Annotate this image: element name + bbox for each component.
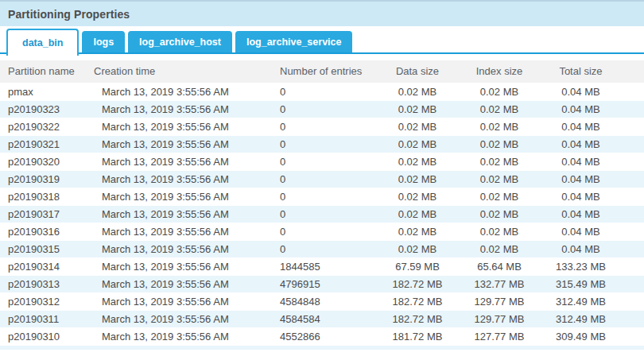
cell-creation-time: March 13, 2019 3:55:56 AM <box>86 310 272 327</box>
cell-data-size: 182.72 MB <box>374 310 461 327</box>
cell-total-size: 0.04 MB <box>537 223 624 240</box>
cell-partition-name: p20190311 <box>0 310 86 327</box>
cell-total-size: 0.04 MB <box>537 100 624 118</box>
tab-bar: data_binlogslog_archive_hostlog_archive_… <box>0 26 644 54</box>
partitions-table: Partition nameCreation timeNumber of ent… <box>0 60 644 346</box>
cell-filler <box>624 223 644 240</box>
cell-partition-name: p20190316 <box>0 223 86 240</box>
cell-filler <box>624 135 644 153</box>
cell-partition-name: p20190323 <box>0 100 86 118</box>
table-row: p20190316March 13, 2019 3:55:56 AM00.02 … <box>0 223 644 240</box>
cell-index-size: 65.64 MB <box>461 257 537 275</box>
cell-creation-time: March 13, 2019 3:55:56 AM <box>86 170 272 188</box>
cell-filler <box>624 170 644 188</box>
cell-data-size: 67.59 MB <box>374 257 461 275</box>
cell-number-of-entries: 0 <box>272 153 374 170</box>
cell-filler <box>624 83 644 100</box>
cell-index-size: 0.02 MB <box>461 170 537 188</box>
table-row: p20190322March 13, 2019 3:55:56 AM00.02 … <box>0 118 644 135</box>
cell-index-size: 132.77 MB <box>461 275 537 292</box>
table-body: pmaxMarch 13, 2019 3:55:56 AM00.02 MB0.0… <box>0 83 644 345</box>
cell-creation-time: March 13, 2019 3:55:56 AM <box>86 100 272 118</box>
cell-data-size: 0.02 MB <box>374 135 461 153</box>
cell-data-size: 0.02 MB <box>374 118 461 135</box>
partial-row <box>0 346 644 350</box>
cell-partition-name: p20190317 <box>0 205 86 223</box>
cell-data-size: 0.02 MB <box>374 153 461 170</box>
table-row: p20190319March 13, 2019 3:55:56 AM00.02 … <box>0 170 644 188</box>
cell-creation-time: March 13, 2019 3:55:56 AM <box>86 257 272 275</box>
table-row: p20190314March 13, 2019 3:55:56 AM184458… <box>0 257 644 275</box>
partitions-table-container: Partition nameCreation timeNumber of ent… <box>0 60 644 346</box>
cell-filler <box>624 275 644 292</box>
cell-partition-name: p20190321 <box>0 135 86 153</box>
tab-data_bin[interactable]: data_bin <box>6 29 79 56</box>
cell-data-size: 0.02 MB <box>374 240 461 257</box>
table-row: p20190317March 13, 2019 3:55:56 AM00.02 … <box>0 205 644 223</box>
cell-filler <box>624 188 644 205</box>
cell-number-of-entries: 0 <box>272 205 374 223</box>
cell-index-size: 0.02 MB <box>461 188 537 205</box>
tab-log_archive_service[interactable]: log_archive_service <box>235 31 353 52</box>
cell-partition-name: p20190310 <box>0 327 86 345</box>
cell-creation-time: March 13, 2019 3:55:56 AM <box>86 153 272 170</box>
cell-data-size: 0.02 MB <box>374 83 461 100</box>
table-row: p20190313March 13, 2019 3:55:56 AM479691… <box>0 275 644 292</box>
cell-index-size: 0.02 MB <box>461 240 537 257</box>
cell-partition-name: p20190312 <box>0 292 86 310</box>
cell-filler <box>624 100 644 118</box>
cell-total-size: 0.04 MB <box>537 240 624 257</box>
table-row: p20190323March 13, 2019 3:55:56 AM00.02 … <box>0 100 644 118</box>
tab-logs[interactable]: logs <box>82 31 125 52</box>
tab-log_archive_host[interactable]: log_archive_host <box>128 31 232 52</box>
cell-data-size: 0.02 MB <box>374 205 461 223</box>
cell-data-size: 182.72 MB <box>374 292 461 310</box>
column-header-creation-time: Creation time <box>86 60 272 83</box>
cell-partition-name: p20190319 <box>0 170 86 188</box>
cell-number-of-entries: 1844585 <box>272 257 374 275</box>
cell-data-size: 0.02 MB <box>374 223 461 240</box>
cell-filler <box>624 118 644 135</box>
cell-total-size: 309.49 MB <box>537 327 624 345</box>
panel-header: Partitioning Properties <box>0 2 644 26</box>
cell-number-of-entries: 4552866 <box>272 327 374 345</box>
table-row: p20190318March 13, 2019 3:55:56 AM00.02 … <box>0 188 644 205</box>
cell-data-size: 181.72 MB <box>374 327 461 345</box>
cell-index-size: 0.02 MB <box>461 205 537 223</box>
column-header-filler <box>624 60 644 83</box>
table-row: pmaxMarch 13, 2019 3:55:56 AM00.02 MB0.0… <box>0 83 644 100</box>
table-header-row: Partition nameCreation timeNumber of ent… <box>0 60 644 83</box>
cell-filler <box>624 153 644 170</box>
cell-index-size: 0.02 MB <box>461 135 537 153</box>
cell-data-size: 0.02 MB <box>374 188 461 205</box>
cell-number-of-entries: 4796915 <box>272 275 374 292</box>
cell-total-size: 0.04 MB <box>537 153 624 170</box>
cell-number-of-entries: 0 <box>272 188 374 205</box>
column-header-partition-name: Partition name <box>0 60 86 83</box>
cell-number-of-entries: 0 <box>272 240 374 257</box>
cell-partition-name: p20190320 <box>0 153 86 170</box>
cell-total-size: 312.49 MB <box>537 292 624 310</box>
cell-total-size: 0.04 MB <box>537 118 624 135</box>
cell-data-size: 0.02 MB <box>374 100 461 118</box>
column-header-number-of-entries: Number of entries <box>272 60 374 83</box>
cell-total-size: 312.49 MB <box>537 310 624 327</box>
cell-filler <box>624 310 644 327</box>
cell-total-size: 0.04 MB <box>537 188 624 205</box>
cell-number-of-entries: 0 <box>272 83 374 100</box>
cell-data-size: 0.02 MB <box>374 170 461 188</box>
column-header-data-size: Data size <box>374 60 461 83</box>
cell-filler <box>624 205 644 223</box>
column-header-index-size: Index size <box>461 60 537 83</box>
cell-number-of-entries: 0 <box>272 100 374 118</box>
cell-creation-time: March 13, 2019 3:55:56 AM <box>86 188 272 205</box>
table-row: p20190310March 13, 2019 3:55:56 AM455286… <box>0 327 644 345</box>
cell-number-of-entries: 4584584 <box>272 310 374 327</box>
cell-partition-name: p20190315 <box>0 240 86 257</box>
table-row: p20190321March 13, 2019 3:55:56 AM00.02 … <box>0 135 644 153</box>
cell-partition-name: pmax <box>0 83 86 100</box>
cell-partition-name: p20190314 <box>0 257 86 275</box>
cell-creation-time: March 13, 2019 3:55:56 AM <box>86 327 272 345</box>
cell-partition-name: p20190318 <box>0 188 86 205</box>
panel-title: Partitioning Properties <box>8 8 130 21</box>
